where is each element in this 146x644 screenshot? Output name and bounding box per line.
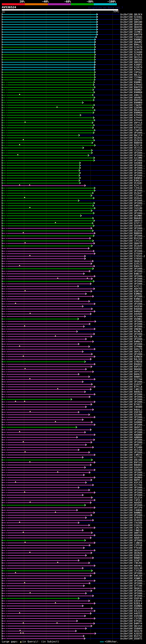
hit-row[interactable]: UniRef100_Q7PHB8 xyxy=(0,346,146,348)
hit-row[interactable]: UniRef100_Q9W3N1 xyxy=(0,328,146,330)
hit-row[interactable]: UniRef100_Q17704 xyxy=(0,378,146,380)
hit-row[interactable]: UniRef100_B9PI97 xyxy=(0,366,146,368)
hit-row[interactable]: UniRef100_B9RMR1 xyxy=(0,81,146,84)
hit-row[interactable]: UniRef100_UPI000.. xyxy=(0,167,146,169)
hit-row[interactable]: UniRef100_Q6P3L6 xyxy=(0,350,146,353)
hit-row[interactable]: UniRef100_UPI000.. xyxy=(0,504,146,506)
hit-row[interactable]: UniRef100_C4WU15 xyxy=(0,529,146,532)
hit-row[interactable]: UniRef100_C5FFG8 xyxy=(0,544,146,547)
hit-row[interactable]: UniRef100_A9V6D9 xyxy=(0,313,146,315)
hit-row[interactable]: UniRef100_C4M1Y9 xyxy=(0,388,146,391)
hit-row[interactable]: UniRef100_B0EKZ3 xyxy=(0,373,146,376)
hit-row[interactable]: UniRef100_Q2LE54 xyxy=(0,496,146,499)
hit-row[interactable]: UniRef100_UPI000.. xyxy=(0,282,146,285)
hit-row[interactable]: UniRef100_C5XX43 xyxy=(0,36,146,38)
hit-row[interactable]: UniRef100_Q5DF46 xyxy=(0,597,146,600)
hit-row[interactable]: UniRef100_B7PCL8 xyxy=(0,386,146,388)
hit-row[interactable]: UniRef100_C3Y616 xyxy=(0,187,146,190)
hit-row[interactable]: UniRef100_B0D8R3 xyxy=(0,464,146,466)
hit-row[interactable]: UniRef100_A2YC16 xyxy=(0,144,146,147)
hit-row[interactable]: UniRef100_UPI000.. xyxy=(0,320,146,323)
hit-row[interactable]: UniRef100_B9RMR0 xyxy=(0,102,146,104)
hit-row[interactable]: UniRef100_B3L1N7 xyxy=(0,335,146,338)
hit-row[interactable]: UniRef100_UPI000.. xyxy=(0,590,146,592)
hit-row[interactable]: UniRef100_Q4SHD8 xyxy=(0,162,146,164)
hit-row[interactable]: UniRef100_C3YIB4 xyxy=(0,570,146,572)
hit-row[interactable]: UniRef100_B9GAI9 xyxy=(0,109,146,112)
hit-row[interactable]: UniRef100_C1BW16 xyxy=(0,542,146,544)
hit-row[interactable]: UniRef100_UPI000.. xyxy=(0,202,146,204)
hit-row[interactable]: UniRef100_O17795 xyxy=(0,456,146,459)
hit-row[interactable]: UniRef100_Q5ZA49 xyxy=(0,245,146,247)
hit-row[interactable]: UniRef100_B7PGB1 xyxy=(0,620,146,622)
hit-row[interactable]: UniRef100_A2QCH3 xyxy=(0,632,146,635)
hit-row[interactable]: UniRef100_B9RMQ9 xyxy=(0,112,146,114)
hit-row[interactable]: UniRef100_Q2R5M5 xyxy=(0,106,146,109)
hit-row[interactable]: UniRef100_B0W0V1 xyxy=(0,376,146,378)
hit-row[interactable]: UniRef100_A8E4K1 xyxy=(0,564,146,567)
hit-row[interactable]: UniRef100_C5WZR7 xyxy=(0,104,146,106)
hit-row[interactable]: UniRef100_UPI000.. xyxy=(0,401,146,403)
hit-row[interactable]: UniRef100_O24479 xyxy=(0,48,146,51)
hit-row[interactable]: UniRef100_A5HIN8 xyxy=(0,615,146,617)
hit-row[interactable]: UniRef100_Q3SXM5 xyxy=(0,414,146,416)
hit-row[interactable]: UniRef100_Q6P7R8 xyxy=(0,210,146,212)
hit-row[interactable]: UniRef100_UPI000.. xyxy=(0,174,146,177)
hit-row[interactable]: UniRef100_Q7XT17 xyxy=(0,222,146,224)
hit-row[interactable]: UniRef100_Q6QA33 xyxy=(0,260,146,262)
hit-row[interactable]: UniRef100_UPI000.. xyxy=(0,486,146,489)
hit-row[interactable]: UniRef100_A1C0M0 xyxy=(0,157,146,159)
hit-row[interactable]: UniRef100_A7P451 xyxy=(0,68,146,71)
hit-row[interactable]: UniRef100_Q4V8B7 xyxy=(0,469,146,471)
hit-row[interactable]: UniRef100_UPI000.. xyxy=(0,250,146,252)
hit-row[interactable]: UniRef100_Q6A4M2 xyxy=(0,41,146,44)
hit-row[interactable]: UniRef100_B3KQJ0 xyxy=(0,179,146,182)
hit-row[interactable]: UniRef100_UPI000.. xyxy=(0,416,146,418)
hit-row[interactable]: UniRef100_Q75QV9 xyxy=(0,252,146,255)
hit-row[interactable]: UniRef100_UPI000.. xyxy=(0,398,146,401)
hit-row[interactable]: UniRef100_Q4R5G7 xyxy=(0,204,146,207)
hit-row[interactable]: UniRef100_Q01IG3 xyxy=(0,56,146,58)
hit-row[interactable]: UniRef100_B8PPL2 xyxy=(0,479,146,481)
hit-row[interactable]: UniRef100_UPI000.. xyxy=(0,154,146,157)
hit-row[interactable]: UniRef100_Q9AST7 xyxy=(0,18,146,21)
hit-row[interactable]: UniRef100_B6KDB1 xyxy=(0,368,146,370)
hit-row[interactable]: UniRef100_UPI000.. xyxy=(0,152,146,154)
hit-row[interactable]: UniRef100_B8C2C9 xyxy=(0,134,146,136)
hit-row[interactable]: UniRef100_A5DND6 xyxy=(0,605,146,607)
hit-row[interactable]: UniRef100_Q8H1N9 xyxy=(0,21,146,23)
hit-row[interactable]: UniRef100_Q7RYE5 xyxy=(0,516,146,519)
hit-row[interactable]: UniRef100_Q5ZA41 xyxy=(0,136,146,139)
hit-row[interactable]: UniRef100_A9RZJ1 xyxy=(0,94,146,96)
hit-row[interactable]: UniRef100_Q09517 xyxy=(0,444,146,446)
hit-row[interactable]: UniRef100_C6TME1 xyxy=(0,31,146,33)
hit-row[interactable]: UniRef100_C5Z940 xyxy=(0,194,146,197)
hit-row[interactable]: UniRef100_Q8AVY8 xyxy=(0,242,146,245)
hit-row[interactable]: UniRef100_Q5E9H7 xyxy=(0,224,146,227)
hit-row[interactable]: UniRef100_Q5D8T5 xyxy=(0,637,146,640)
hit-row[interactable]: UniRef100_UPI000.. xyxy=(0,275,146,278)
hit-row[interactable]: UniRef100_B5X3S0 xyxy=(0,237,146,240)
hit-row[interactable]: UniRef100_Q6K5K6 xyxy=(0,58,146,61)
hit-row[interactable]: UniRef100_Q869Y3 xyxy=(0,220,146,222)
hit-row[interactable]: UniRef100_C4M3T5 xyxy=(0,454,146,456)
hit-row[interactable]: UniRef100_C5Z934 xyxy=(0,149,146,152)
hit-row[interactable]: UniRef100_B4H4J3 xyxy=(0,265,146,268)
hit-row[interactable]: UniRef100_A6H7H3 xyxy=(0,288,146,290)
hit-row[interactable]: UniRef100_A2X6T4 xyxy=(0,66,146,68)
hit-row[interactable]: UniRef100_A7P443 xyxy=(0,84,146,86)
hit-row[interactable]: UniRef100_A3LXZ3 xyxy=(0,610,146,612)
hit-row[interactable]: UniRef100_A6SG70 xyxy=(0,630,146,632)
hit-row[interactable]: UniRef100_A8XD04 xyxy=(0,534,146,537)
hit-row[interactable]: UniRef100_A7P449 xyxy=(0,119,146,122)
hit-row[interactable]: UniRef100_C0H4B9 xyxy=(0,406,146,408)
hit-row[interactable]: UniRef100_UPI000.. xyxy=(0,159,146,162)
hit-row[interactable]: UniRef100_B9HTE8 xyxy=(0,99,146,102)
hit-row[interactable]: UniRef100_C9K2R6 xyxy=(0,562,146,564)
hit-row[interactable]: UniRef100_A8XD05 xyxy=(0,502,146,504)
hit-row[interactable]: UniRef100_UPI000.. xyxy=(0,212,146,214)
hit-row[interactable]: UniRef100_O24481 xyxy=(0,16,146,18)
hit-row[interactable]: UniRef100_UPI000.. xyxy=(0,338,146,340)
hit-row[interactable]: UniRef100_C3YIB5 xyxy=(0,617,146,620)
hit-row[interactable]: UniRef100_C9S5B8 xyxy=(0,522,146,524)
